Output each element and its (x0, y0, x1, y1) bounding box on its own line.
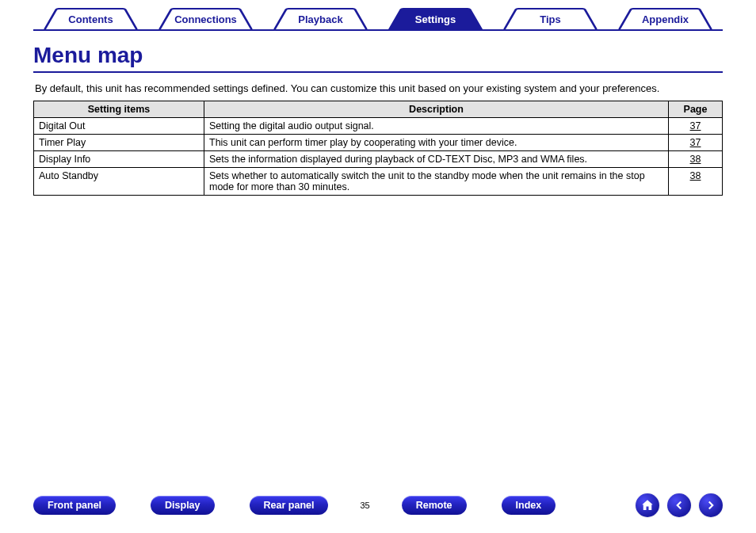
table-header-row: Setting items Description Page (34, 101, 723, 118)
arrow-left-icon (672, 498, 686, 512)
top-tabs: Contents Connections Playback Settings T… (33, 8, 723, 30)
cell-item: Auto Standby (34, 168, 204, 196)
arrow-right-icon (704, 498, 718, 512)
cell-page: 37 (669, 118, 723, 135)
header-page: Page (669, 101, 723, 118)
page-title: Menu map (33, 43, 723, 68)
home-icon (640, 498, 655, 512)
cell-page: 38 (669, 151, 723, 168)
page-link[interactable]: 37 (690, 120, 701, 131)
tab-playback[interactable]: Playback (263, 8, 378, 30)
page-link[interactable]: 38 (690, 170, 701, 181)
footer: Front panel Display Rear panel 35 Remote… (33, 493, 723, 517)
page-body: Menu map By default, this unit has recom… (33, 38, 723, 196)
rear-panel-button[interactable]: Rear panel (250, 496, 329, 515)
page-link[interactable]: 37 (690, 137, 701, 148)
table-row: Auto Standby Sets whether to automatical… (34, 168, 723, 196)
tab-connections[interactable]: Connections (148, 8, 263, 30)
tab-tips[interactable]: Tips (493, 8, 608, 30)
header-description: Description (204, 101, 669, 118)
front-panel-button[interactable]: Front panel (33, 496, 116, 515)
prev-page-button[interactable] (667, 493, 691, 517)
page-link[interactable]: 38 (690, 154, 701, 165)
tab-settings[interactable]: Settings (378, 8, 493, 30)
cell-desc: This unit can perform timer play by coop… (204, 135, 669, 151)
table-row: Digital Out Setting the digital audio ou… (34, 118, 723, 135)
tab-underline (33, 29, 723, 31)
cell-page: 38 (669, 168, 723, 196)
table-row: Display Info Sets the information displa… (34, 151, 723, 168)
cell-item: Digital Out (34, 118, 204, 135)
settings-table: Setting items Description Page Digital O… (33, 101, 723, 196)
title-underline (33, 71, 723, 73)
cell-desc: Sets the information displayed during pl… (204, 151, 669, 168)
tab-appendix[interactable]: Appendix (608, 8, 723, 30)
cell-item: Display Info (34, 151, 204, 168)
page-number: 35 (360, 501, 369, 510)
intro-text: By default, this unit has recommended se… (35, 82, 723, 94)
remote-button[interactable]: Remote (402, 496, 467, 515)
cell-desc: Setting the digital audio output signal. (204, 118, 669, 135)
index-button[interactable]: Index (502, 496, 556, 515)
cell-desc: Sets whether to automatically switch the… (204, 168, 669, 196)
next-page-button[interactable] (699, 493, 723, 517)
table-row: Timer Play This unit can perform timer p… (34, 135, 723, 151)
tab-contents[interactable]: Contents (33, 8, 148, 30)
display-button[interactable]: Display (151, 496, 214, 515)
header-setting-items: Setting items (34, 101, 204, 118)
home-button[interactable] (636, 493, 659, 517)
cell-page: 37 (669, 135, 723, 151)
cell-item: Timer Play (34, 135, 204, 151)
